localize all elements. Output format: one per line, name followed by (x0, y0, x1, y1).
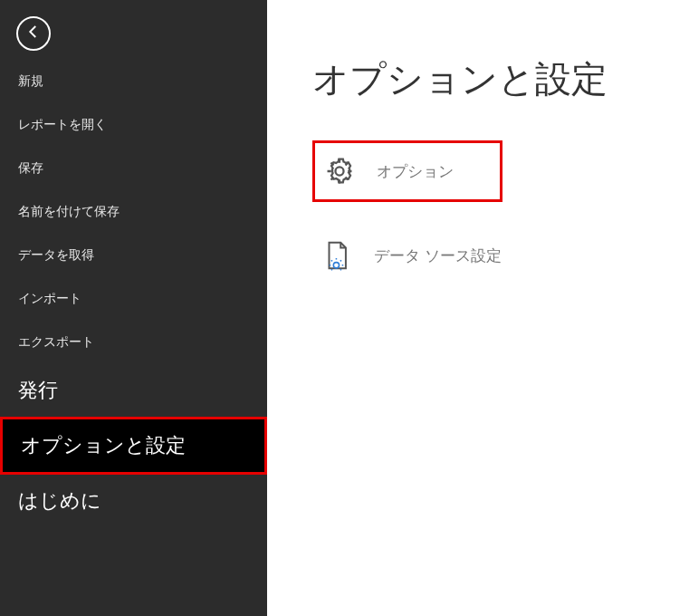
nav-item-getting-started[interactable]: はじめに (0, 475, 267, 527)
sidebar: 新規 レポートを開く 保存 名前を付けて保存 データを取得 インポート エクスポ… (0, 0, 267, 616)
nav-label: エクスポート (18, 334, 94, 349)
page-title: オプションと設定 (312, 54, 689, 104)
nav-label: 発行 (18, 379, 58, 401)
option-label: データ ソース設定 (374, 245, 502, 266)
nav-item-options-settings[interactable]: オプションと設定 (3, 419, 264, 472)
nav-label: はじめに (18, 489, 101, 512)
nav-item-import[interactable]: インポート (0, 277, 267, 321)
nav-item-export[interactable]: エクスポート (0, 321, 267, 364)
nav-item-save-as[interactable]: 名前を付けて保存 (0, 190, 267, 234)
nav-label: データを取得 (18, 247, 94, 262)
back-button[interactable] (16, 16, 51, 51)
nav-label: レポートを開く (18, 117, 107, 131)
nav-label: 保存 (18, 160, 43, 175)
nav-item-get-data[interactable]: データを取得 (0, 234, 267, 277)
arrow-left-icon (25, 24, 42, 43)
main-panel: オプションと設定 オプション データ ソース設定 (267, 0, 689, 616)
nav-item-publish[interactable]: 発行 (0, 364, 267, 417)
option-label: オプション (377, 161, 454, 182)
nav-item-save[interactable]: 保存 (0, 147, 267, 190)
nav-list: 新規 レポートを開く 保存 名前を付けて保存 データを取得 インポート エクスポ… (0, 60, 267, 527)
nav-label: 新規 (18, 73, 43, 88)
nav-label: 名前を付けて保存 (18, 204, 120, 218)
nav-label: オプションと設定 (21, 434, 186, 457)
nav-label: インポート (18, 291, 81, 305)
highlight-annotation: オプションと設定 (0, 417, 267, 475)
option-options[interactable]: オプション (312, 140, 502, 202)
option-data-source-settings[interactable]: データ ソース設定 (312, 229, 512, 282)
nav-item-new[interactable]: 新規 (0, 60, 267, 103)
gear-icon (324, 156, 355, 187)
nav-item-open-report[interactable]: レポートを開く (0, 103, 267, 147)
svg-point-0 (335, 167, 343, 175)
document-gear-icon (321, 240, 352, 271)
